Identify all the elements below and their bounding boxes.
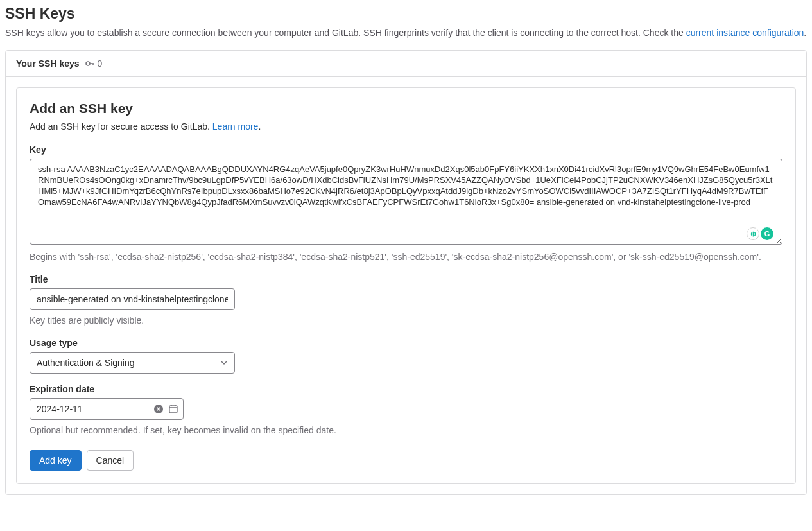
- key-textarea[interactable]: [30, 159, 782, 245]
- close-circle-icon: [153, 404, 164, 414]
- calendar-button[interactable]: [168, 403, 180, 415]
- panel-header: Your SSH keys 0: [6, 51, 806, 77]
- cancel-button[interactable]: Cancel: [87, 450, 134, 471]
- usage-type-label: Usage type: [30, 338, 782, 348]
- expiration-input-wrap[interactable]: [30, 398, 184, 420]
- title-label: Title: [30, 274, 782, 284]
- desc-suffix: .: [804, 28, 806, 38]
- title-input[interactable]: [30, 288, 235, 310]
- grammarly-logo-icon[interactable]: G: [761, 227, 773, 240]
- desc-text: Add an SSH key for secure access to GitL…: [30, 121, 212, 132]
- usage-type-value: Authentication & Signing: [37, 358, 135, 368]
- your-keys-label: Your SSH keys: [16, 58, 80, 69]
- svg-rect-2: [169, 406, 177, 413]
- add-key-button[interactable]: Add key: [30, 450, 82, 471]
- learn-more-link[interactable]: Learn more: [212, 121, 259, 132]
- calendar-icon: [168, 404, 178, 414]
- page-description: SSH keys allow you to establish a secure…: [5, 26, 807, 40]
- expiration-input[interactable]: [37, 404, 149, 414]
- key-icon: [85, 58, 95, 69]
- key-help-text: Begins with 'ssh-rsa', 'ecdsa-sha2-nistp…: [30, 250, 782, 264]
- key-count: 0: [98, 58, 103, 69]
- add-key-desc: Add an SSH key for secure access to GitL…: [30, 121, 782, 132]
- usage-type-select[interactable]: Authentication & Signing: [30, 352, 235, 374]
- add-key-title: Add an SSH key: [30, 101, 782, 116]
- key-label: Key: [30, 144, 782, 155]
- grammarly-widget: ⊕ G: [747, 227, 773, 240]
- grammarly-add-icon[interactable]: ⊕: [747, 227, 759, 240]
- title-help-text: Key titles are publicly visible.: [30, 314, 782, 327]
- desc-suffix: .: [258, 121, 261, 132]
- desc-text: SSH keys allow you to establish a secure…: [5, 28, 686, 38]
- chevron-down-icon: [220, 359, 228, 367]
- page-title: SSH Keys: [5, 5, 807, 22]
- clear-date-button[interactable]: [153, 403, 164, 415]
- add-key-card: Add an SSH key Add an SSH key for secure…: [16, 87, 796, 484]
- expiration-help-text: Optional but recommended. If set, key be…: [30, 424, 782, 437]
- svg-point-0: [86, 62, 90, 65]
- ssh-keys-panel: Your SSH keys 0 Add an SSH key Add an SS…: [5, 50, 807, 495]
- instance-config-link[interactable]: current instance configuration: [686, 28, 804, 38]
- expiration-label: Expiration date: [30, 384, 782, 394]
